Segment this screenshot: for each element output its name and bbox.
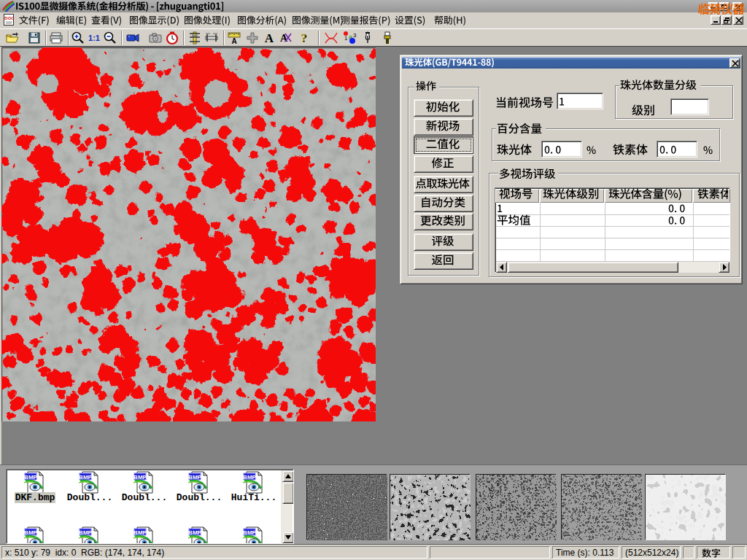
svg-text:A: A (231, 37, 236, 45)
svg-text:BMP: BMP (188, 474, 201, 481)
svg-text:BMP: BMP (79, 474, 92, 481)
svg-text:BMP: BMP (133, 529, 147, 536)
svg-text:BMP: BMP (79, 529, 92, 536)
svg-text:?: ? (301, 31, 308, 45)
svg-text:A: A (265, 31, 274, 45)
svg-text:BMP: BMP (24, 529, 37, 536)
svg-text:DOC: DOC (4, 16, 15, 20)
svg-text:BMP: BMP (243, 529, 256, 536)
svg-text:1: 1 (344, 35, 348, 42)
svg-text:BMP: BMP (24, 474, 37, 481)
svg-text:BMP: BMP (188, 529, 201, 536)
svg-text:3: 3 (353, 32, 357, 39)
svg-text:1:1: 1:1 (88, 34, 100, 42)
svg-text:BMP: BMP (243, 474, 256, 481)
svg-text:BMP: BMP (133, 474, 147, 481)
